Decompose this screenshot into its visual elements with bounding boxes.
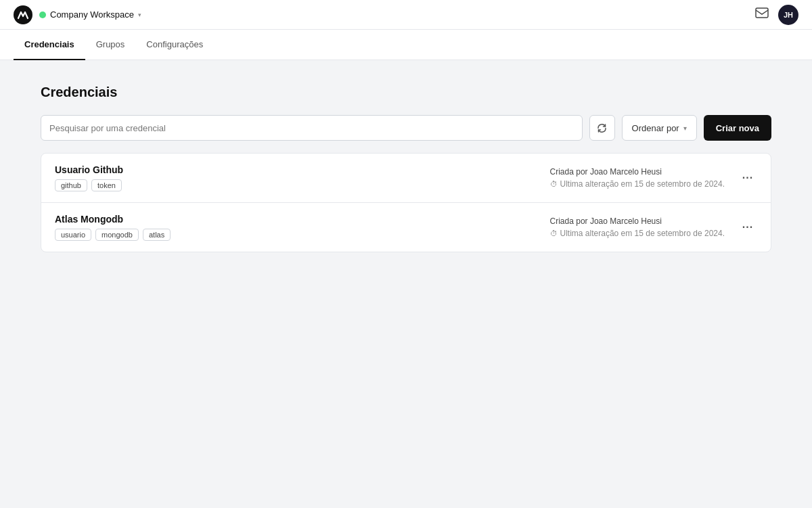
- sort-label: Ordenar por: [632, 123, 679, 133]
- more-button-2[interactable]: ···: [738, 218, 757, 237]
- cred-meta-1: Criada por Joao Marcelo Heusi ⏱ Ultima a…: [550, 167, 725, 189]
- create-button[interactable]: Criar nova: [704, 115, 771, 141]
- tag-usuario: usuario: [55, 229, 91, 241]
- tag-token: token: [91, 179, 122, 191]
- cred-updated-text-2: Ultima alteração em 15 de setembro de 20…: [560, 229, 725, 238]
- workspace-chevron-icon: ▾: [138, 11, 141, 18]
- avatar[interactable]: JH: [778, 5, 798, 25]
- cred-created-by-1: Criada por Joao Marcelo Heusi: [550, 167, 725, 177]
- header-right: JH: [755, 5, 798, 25]
- tag-mongodb: mongodb: [95, 229, 139, 241]
- cred-name-1: Usuario Github: [55, 164, 123, 175]
- sort-button[interactable]: Ordenar por ▾: [622, 115, 697, 141]
- refresh-icon: [597, 123, 607, 133]
- clock-icon-2: ⏱: [550, 229, 558, 237]
- page-title: Credenciais: [41, 85, 771, 100]
- cred-updated-1: ⏱ Ultima alteração em 15 de setembro de …: [550, 179, 725, 189]
- logo: [14, 5, 32, 24]
- tab-credenciais[interactable]: Credenciais: [14, 30, 85, 60]
- header-left: Company Workspace ▾: [14, 5, 141, 24]
- workspace-selector[interactable]: Company Workspace ▾: [39, 9, 141, 20]
- workspace-name: Company Workspace: [50, 9, 134, 20]
- credential-item[interactable]: Usuario Github github token Criada por J…: [41, 154, 771, 203]
- cred-right-1: Criada por Joao Marcelo Heusi ⏱ Ultima a…: [550, 167, 757, 189]
- more-button-1[interactable]: ···: [738, 168, 757, 187]
- movitera-logo-icon: [14, 5, 32, 24]
- tab-configuracoes[interactable]: Configurações: [135, 30, 214, 60]
- svg-rect-1: [756, 8, 768, 18]
- cred-left-2: Atlas Mongodb usuario mongodb atlas: [55, 214, 171, 241]
- cred-updated-2: ⏱ Ultima alteração em 15 de setembro de …: [550, 229, 725, 238]
- credential-list: Usuario Github github token Criada por J…: [41, 153, 771, 252]
- cred-created-by-2: Criada por Joao Marcelo Heusi: [550, 216, 725, 226]
- nav-tabs: Credenciais Grupos Configurações: [0, 30, 812, 60]
- clock-icon-1: ⏱: [550, 180, 558, 188]
- header: Company Workspace ▾ JH: [0, 0, 812, 30]
- toolbar: Ordenar por ▾ Criar nova: [41, 115, 771, 141]
- main-content: Credenciais Ordenar por ▾ Criar nova Usu…: [0, 60, 812, 277]
- sort-chevron-icon: ▾: [683, 124, 687, 132]
- search-input[interactable]: [41, 115, 583, 141]
- cred-name-2: Atlas Mongodb: [55, 214, 171, 225]
- cred-meta-2: Criada por Joao Marcelo Heusi ⏱ Ultima a…: [550, 216, 725, 238]
- cred-tags-1: github token: [55, 179, 123, 191]
- mail-icon[interactable]: [755, 7, 769, 22]
- tab-grupos[interactable]: Grupos: [85, 30, 136, 60]
- workspace-status-dot: [39, 11, 46, 18]
- credential-item-2[interactable]: Atlas Mongodb usuario mongodb atlas Cria…: [41, 203, 771, 252]
- cred-tags-2: usuario mongodb atlas: [55, 229, 171, 241]
- tag-github: github: [55, 179, 87, 191]
- refresh-button[interactable]: [589, 115, 615, 141]
- cred-left-1: Usuario Github github token: [55, 164, 123, 191]
- cred-right-2: Criada por Joao Marcelo Heusi ⏱ Ultima a…: [550, 216, 757, 238]
- cred-updated-text-1: Ultima alteração em 15 de setembro de 20…: [560, 179, 725, 189]
- tag-atlas: atlas: [143, 229, 171, 241]
